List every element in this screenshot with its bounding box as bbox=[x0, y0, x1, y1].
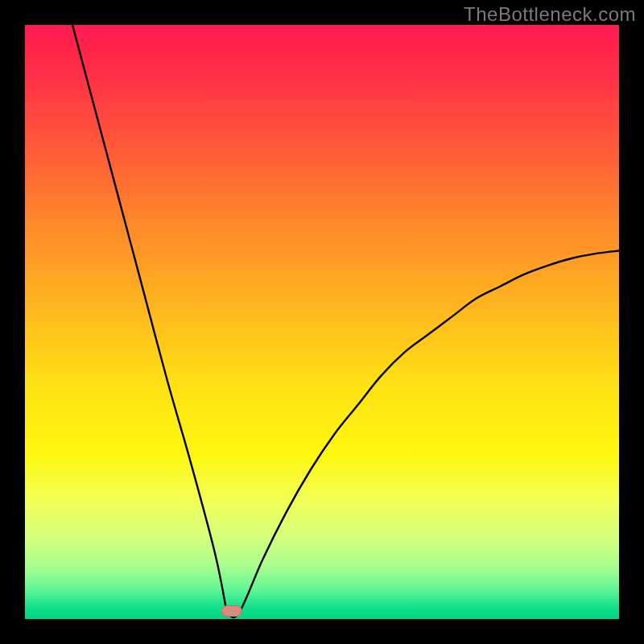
watermark-text: TheBottleneck.com bbox=[464, 3, 636, 26]
bottleneck-curve bbox=[25, 25, 619, 619]
chart-stage: TheBottleneck.com bbox=[0, 0, 644, 644]
optimal-point-marker bbox=[221, 605, 242, 617]
chart-plot-area bbox=[25, 25, 619, 619]
